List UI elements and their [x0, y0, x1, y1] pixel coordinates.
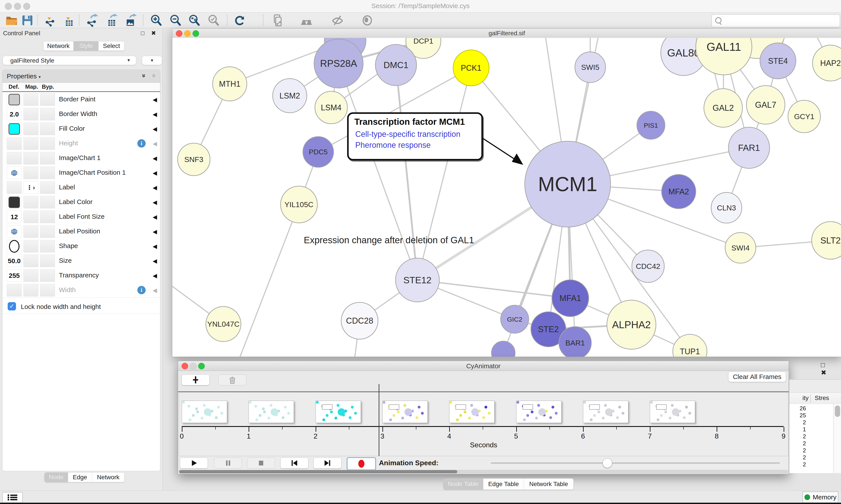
- save-session-icon[interactable]: [21, 14, 34, 27]
- property-row[interactable]: 255Transparency◀: [2, 268, 160, 283]
- expand-property-arrow[interactable]: ◀: [153, 170, 157, 177]
- column-divider[interactable]: [810, 394, 811, 403]
- table-row[interactable]: 26: [789, 405, 833, 412]
- property-row[interactable]: Fill Color◀: [2, 121, 160, 136]
- expand-property-arrow[interactable]: ◀: [153, 96, 157, 103]
- map-cell[interactable]: [23, 108, 38, 121]
- property-row[interactable]: ⋮›Label◀: [2, 180, 160, 195]
- def-cell[interactable]: 2.0: [7, 108, 22, 121]
- memory-button[interactable]: Memory: [803, 491, 838, 503]
- refresh-view-icon[interactable]: [233, 14, 246, 27]
- duplicate-network-icon[interactable]: [271, 14, 284, 27]
- table-column-header[interactable]: ity: [789, 395, 809, 401]
- frame-thumbnail[interactable]: [516, 401, 561, 423]
- property-row[interactable]: Image/Chart 1◀: [2, 151, 160, 165]
- property-row[interactable]: Border Paint◀: [2, 92, 160, 107]
- export-network-icon[interactable]: [86, 14, 99, 27]
- import-table-icon[interactable]: [62, 14, 75, 27]
- property-row[interactable]: Label Position◀: [2, 224, 160, 239]
- expand-property-arrow[interactable]: ◀: [153, 258, 157, 265]
- frame-thumbnail[interactable]: [449, 401, 495, 423]
- tab-edge[interactable]: Edge: [68, 472, 92, 482]
- table-row[interactable]: 2: [789, 461, 833, 468]
- property-row[interactable]: Label Color◀: [2, 195, 160, 210]
- byp-cell[interactable]: [40, 93, 55, 106]
- animation-speed-slider-handle[interactable]: [603, 458, 612, 468]
- tab-style[interactable]: Style: [74, 41, 99, 51]
- byp-cell[interactable]: [40, 269, 55, 282]
- stop-button[interactable]: [247, 457, 275, 469]
- table-row[interactable]: 2: [789, 440, 833, 447]
- def-cell[interactable]: [7, 152, 22, 164]
- def-cell[interactable]: 50.0: [7, 255, 22, 267]
- byp-cell[interactable]: [40, 181, 55, 194]
- animation-speed-slider[interactable]: [491, 463, 780, 464]
- def-cell[interactable]: [7, 196, 22, 209]
- frame-thumbnail[interactable]: [182, 401, 227, 423]
- zoom-selected-icon[interactable]: [207, 14, 220, 27]
- property-row[interactable]: 2.0Border Width◀: [2, 107, 160, 122]
- style-selector-dropdown[interactable]: galFiltered Style ▾: [3, 56, 136, 65]
- info-icon[interactable]: i: [137, 286, 146, 294]
- network-window-titlebar[interactable]: galFiltered.sif: [172, 29, 841, 38]
- export-table-icon[interactable]: [105, 14, 118, 27]
- byp-cell[interactable]: [40, 167, 55, 179]
- control-panel-window-icons[interactable]: □ ✖: [141, 30, 159, 37]
- table-row[interactable]: 2: [789, 419, 833, 426]
- def-cell[interactable]: [7, 167, 22, 179]
- network-canvas[interactable]: DCP1RPS28ADMC1PCK1SWI5GAL80GAL11STE4HAP2…: [172, 38, 841, 357]
- expand-property-arrow[interactable]: ◀: [153, 243, 157, 250]
- frame-thumbnail[interactable]: [316, 401, 361, 423]
- byp-cell[interactable]: [40, 211, 55, 223]
- def-cell[interactable]: [7, 284, 22, 296]
- table-column-header[interactable]: Stres: [815, 395, 829, 401]
- frame-thumbnail[interactable]: [382, 401, 428, 423]
- byp-cell[interactable]: [40, 225, 55, 238]
- map-cell[interactable]: [23, 152, 38, 164]
- byp-cell[interactable]: [40, 196, 55, 209]
- table-row[interactable]: 1: [789, 426, 833, 433]
- map-cell[interactable]: [23, 211, 38, 223]
- map-cell[interactable]: [23, 196, 38, 209]
- map-cell[interactable]: [23, 255, 38, 267]
- style-options-button[interactable]: ▾: [142, 56, 162, 65]
- export-image-icon[interactable]: [124, 14, 137, 27]
- show-all-icon[interactable]: [361, 14, 374, 27]
- map-cell[interactable]: [23, 137, 38, 150]
- property-row[interactable]: Heighti◀: [2, 136, 160, 151]
- map-cell[interactable]: [23, 269, 38, 282]
- info-icon[interactable]: i: [137, 139, 146, 147]
- property-row[interactable]: Shape◀: [2, 239, 160, 254]
- clear-all-frames-button[interactable]: Clear All Frames: [728, 372, 786, 382]
- map-cell[interactable]: [23, 240, 38, 252]
- def-cell[interactable]: [7, 93, 22, 106]
- map-cell[interactable]: ⋮›: [23, 181, 38, 194]
- table-row[interactable]: 25: [789, 412, 833, 419]
- map-cell[interactable]: [23, 93, 38, 106]
- table-panel-window-icons[interactable]: □ ✖: [821, 361, 841, 376]
- network-caption-annotation[interactable]: Expression change after deletion of GAL1: [304, 235, 474, 246]
- expand-property-arrow[interactable]: ◀: [153, 111, 157, 118]
- collapse-all-icon[interactable]: »: [150, 74, 157, 78]
- add-frame-button[interactable]: [182, 374, 210, 385]
- property-row[interactable]: Widthi◀: [2, 283, 160, 298]
- record-button[interactable]: [347, 457, 376, 470]
- zoom-fit-icon[interactable]: [188, 14, 201, 27]
- expand-property-arrow[interactable]: ◀: [153, 214, 157, 220]
- byp-cell[interactable]: [40, 152, 55, 164]
- table-row[interactable]: 2: [789, 433, 833, 440]
- skip-to-end-button[interactable]: [314, 457, 341, 469]
- tab-select[interactable]: Select: [99, 41, 124, 51]
- zoom-in-icon[interactable]: [150, 14, 162, 27]
- def-cell[interactable]: [7, 225, 22, 238]
- search-input[interactable]: [711, 14, 840, 28]
- tab-network[interactable]: Network: [43, 41, 74, 51]
- annotation-link[interactable]: Cell-type-specific transcription: [355, 130, 460, 139]
- table-header-row[interactable]: ity Stres: [789, 393, 841, 404]
- def-cell[interactable]: [7, 181, 22, 194]
- property-row[interactable]: 50.0Size◀: [2, 253, 160, 268]
- tab-edge-table[interactable]: Edge Table: [483, 479, 524, 489]
- byp-cell[interactable]: [40, 108, 55, 121]
- pause-button[interactable]: [214, 457, 242, 469]
- expand-property-arrow[interactable]: ◀: [153, 126, 157, 132]
